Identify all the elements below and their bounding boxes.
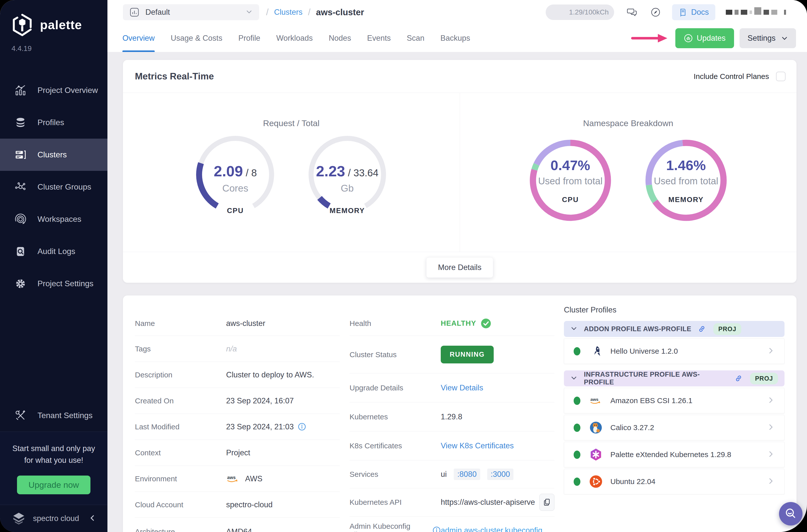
detail-value: 23 Sep 2024, 21:03 [226, 422, 294, 431]
profile-layer-row-calico-3-27-2[interactable]: Calico 3.27.2 [564, 415, 785, 440]
brand-name: palette [40, 18, 82, 32]
namespace-breakdown-title: Namespace Breakdown [583, 118, 673, 128]
service-port-link[interactable]: :3000 [487, 469, 514, 480]
upgrade-now-button[interactable]: Upgrade now [17, 476, 91, 494]
profile-layer-row-hello-universe-1-2-0[interactable]: Hello Universe 1.2.0 [564, 338, 785, 364]
cluster-profiles-title: Cluster Profiles [564, 305, 785, 315]
detail-row-tags: Tagsn/a [135, 336, 340, 362]
updates-button[interactable]: Updates [675, 28, 734, 48]
tab-scan[interactable]: Scan [407, 24, 425, 52]
detail-value-cell: admin.aws-cluster.kubeconfig [441, 526, 555, 532]
sidebar-item-label: Profiles [37, 118, 64, 127]
more-details-button[interactable]: More Details [426, 257, 493, 278]
info-icon[interactable] [432, 526, 441, 532]
collapse-sidebar-icon[interactable] [89, 514, 96, 523]
sidebar-item-project-settings[interactable]: Project Settings [0, 267, 108, 300]
donut-caption: Used from total [654, 176, 718, 187]
proj-badge: PROJ [750, 373, 778, 384]
detail-label: Last Modified [135, 423, 226, 431]
detail-row-upgrade-details: Upgrade DetailsView Details [350, 374, 555, 402]
donut-cpu: 0.47%Used from totalCPU [529, 139, 612, 222]
tab-backups[interactable]: Backups [440, 24, 470, 52]
link-icon[interactable] [734, 374, 743, 382]
status-dot [574, 451, 580, 459]
settings-label: Settings [748, 34, 775, 43]
donut-percent: 1.46% [666, 157, 706, 173]
brand-row: palette [0, 0, 108, 37]
tab-profile[interactable]: Profile [238, 24, 260, 52]
sidebar-item-label: Project Settings [37, 279, 93, 288]
info-icon[interactable] [298, 423, 306, 431]
compass-button[interactable] [650, 7, 661, 18]
chevron-right-icon [767, 450, 775, 459]
tab-bar: OverviewUsage & CostsProfileWorkloadsNod… [108, 24, 807, 52]
sidebar-nav: Project OverviewProfilesClustersCluster … [0, 74, 108, 300]
search-fab-button[interactable] [779, 502, 803, 526]
link-icon[interactable] [698, 325, 706, 333]
detail-value: 23 Sep 2024, 16:07 [226, 396, 294, 405]
doc-search-icon [15, 246, 26, 258]
project-selector-dropdown[interactable]: Default [123, 4, 259, 20]
status-dot [574, 397, 580, 405]
donut-center-text: 0.47%Used from totalCPU [529, 139, 612, 222]
breadcrumb-clusters-link[interactable]: Clusters [274, 8, 303, 17]
k8s-certificates-link[interactable]: View K8s Certificates [441, 441, 514, 450]
profile-group-header[interactable]: ADDON PROFILE AWS-PROFILEPROJ [564, 321, 785, 337]
copy-button[interactable] [540, 494, 555, 511]
detail-row-description: DescriptionCluster to deploy to AWS. [135, 362, 340, 388]
docs-button[interactable]: Docs [672, 4, 715, 20]
tab-usage-costs[interactable]: Usage & Costs [171, 24, 222, 52]
chat-button[interactable] [626, 7, 638, 18]
detail-value-cell: 23 Sep 2024, 16:07 [226, 396, 340, 405]
detail-value-cell: HEALTHY [441, 318, 555, 329]
detail-label: Cloud Account [135, 500, 226, 509]
tab-nodes[interactable]: Nodes [329, 24, 351, 52]
project-selector-value: Default [145, 8, 240, 17]
sidebar-item-clusters[interactable]: Clusters [0, 139, 108, 171]
circle-chevron-up-icon [684, 34, 693, 43]
detail-value: https://aws-cluster-apiserve… [441, 498, 536, 507]
detail-row-last-modified: Last Modified23 Sep 2024, 21:03 [135, 414, 340, 440]
profile-group-header[interactable]: INFRASTRUCTURE PROFILE AWS-PROFILEPROJ [564, 370, 785, 386]
tab-workloads[interactable]: Workloads [276, 24, 313, 52]
chevron-down-icon [246, 8, 252, 16]
sidebar-item-cluster-groups[interactable]: Cluster Groups [0, 171, 108, 203]
profile-layer-row-amazon-ebs-csi-1-26-1[interactable]: awsAmazon EBS CSI 1.26.1 [564, 388, 785, 413]
sidebar-item-audit-logs[interactable]: Audit Logs [0, 235, 108, 267]
detail-row-kubernetes: Kubernetes1.29.8 [350, 402, 555, 431]
tab-events[interactable]: Events [367, 24, 391, 52]
sidebar-item-workspaces[interactable]: Workspaces [0, 203, 108, 235]
spectro-cloud-logo-icon [11, 511, 26, 526]
detail-value-cell: View K8s Certificates [441, 441, 555, 450]
sidebar-item-project-overview[interactable]: Project Overview [0, 74, 108, 107]
metrics-card: Metrics Real-Time Include Control Planes… [123, 60, 796, 283]
nodes-icon [15, 181, 26, 193]
detail-row-admin-kubeconfig-file: Admin Kubeconfig Fileadmin.aws-cluster.k… [350, 516, 555, 532]
gear-icon [15, 278, 26, 290]
details-column-left: Nameaws-clusterTagsn/aDescriptionCluster… [135, 296, 340, 532]
detail-label: Tags [135, 345, 226, 353]
aws-logo-icon: aws [589, 394, 602, 407]
detail-label: K8s Certificates [350, 442, 441, 450]
profile-layer-row-palette-extended-kubernetes-1-29-8[interactable]: Palette eXtended Kubernetes 1.29.8 [564, 442, 785, 467]
detail-row-kubernetes-api: Kubernetes APIhttps://aws-cluster-apiser… [350, 488, 555, 516]
upgrade-details-link[interactable]: View Details [441, 383, 483, 392]
include-control-planes-checkbox[interactable] [776, 72, 786, 81]
sidebar-item-profiles[interactable]: Profiles [0, 107, 108, 139]
profile-layer-row-ubuntu-22-04[interactable]: Ubuntu 22.04 [564, 469, 785, 494]
admin-kubeconfig-file-link[interactable]: admin.aws-cluster.kubeconfig [441, 526, 542, 532]
detail-value-cell: Project [226, 448, 340, 457]
tools-icon [15, 410, 26, 422]
sidebar-item-tenant-settings[interactable]: Tenant Settings [0, 399, 108, 432]
detail-label: Architecture [135, 528, 226, 532]
detail-value-cell: awsAWS [226, 474, 340, 483]
tab-actions: Updates Settings [631, 28, 796, 48]
service-port-link[interactable]: :8080 [454, 469, 480, 480]
profile-group-name: ADDON PROFILE AWS-PROFILE [584, 325, 691, 333]
detail-value-cell: View Details [441, 383, 555, 392]
settings-button[interactable]: Settings [739, 28, 796, 48]
topbar-right: 1.29/100kCh Docs [546, 4, 786, 20]
detail-label: Context [135, 449, 226, 457]
app-window: palette 4.4.19 Project OverviewProfilesC… [0, 0, 807, 532]
tab-overview[interactable]: Overview [123, 24, 155, 52]
